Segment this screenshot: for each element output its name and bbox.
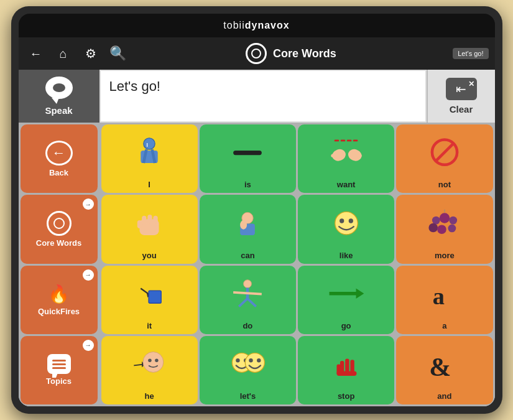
word-cell-lets-label: let's bbox=[240, 391, 256, 401]
svg-rect-59 bbox=[350, 360, 354, 373]
svg-rect-20 bbox=[154, 216, 158, 224]
svg-point-0 bbox=[53, 83, 65, 92]
topics-arrow-badge: → bbox=[83, 340, 94, 351]
word-cell-go[interactable]: go bbox=[298, 266, 394, 334]
svg-point-55 bbox=[249, 358, 253, 362]
clear-button[interactable]: ⇤ ✕ Clear bbox=[427, 70, 495, 123]
word-cell-it[interactable]: it bbox=[101, 266, 198, 334]
do-icon bbox=[228, 278, 267, 309]
word-cell-you[interactable]: you bbox=[101, 195, 198, 263]
he-icon bbox=[129, 348, 169, 380]
word-cell-and[interactable]: & and bbox=[396, 336, 492, 404]
svg-rect-8 bbox=[340, 140, 344, 142]
sidebar-item-quickfires[interactable]: → 🔥 QuickFires bbox=[21, 266, 98, 334]
word-cell-like-label: like bbox=[340, 251, 353, 260]
word-cell-like[interactable]: like bbox=[298, 195, 394, 263]
svg-rect-13 bbox=[331, 154, 343, 157]
word-cell-do-label: do bbox=[243, 321, 252, 330]
svg-rect-61 bbox=[336, 371, 356, 376]
sidebar: ← Back → Core Words → bbox=[19, 123, 99, 406]
word-cell-can[interactable]: can bbox=[200, 195, 296, 263]
word-cell-want[interactable]: want bbox=[298, 124, 394, 193]
word-cell-do[interactable]: do bbox=[200, 266, 296, 334]
speak-bubble-icon bbox=[45, 77, 73, 99]
svg-point-1 bbox=[144, 138, 155, 149]
sidebar-item-core-words[interactable]: → Core Words bbox=[21, 195, 98, 263]
chat-icon bbox=[47, 354, 71, 374]
svg-point-50 bbox=[155, 359, 158, 362]
svg-text:I: I bbox=[147, 143, 148, 149]
like-icon bbox=[326, 208, 366, 239]
back-arrow-icon: ← bbox=[45, 141, 73, 166]
quickfires-arrow-badge: → bbox=[83, 269, 94, 281]
svg-point-48 bbox=[143, 352, 164, 373]
nav-page-title: Core Words bbox=[273, 47, 336, 60]
back-nav-button[interactable]: ← bbox=[25, 42, 47, 65]
clear-x-icon: ✕ bbox=[468, 80, 474, 88]
word-cell-a-label: a bbox=[442, 321, 446, 330]
core-words-icon bbox=[47, 211, 72, 236]
svg-rect-21 bbox=[137, 220, 142, 228]
word-cell-more-label: more bbox=[435, 251, 455, 260]
nav-inner-circle bbox=[251, 49, 261, 58]
go-icon bbox=[326, 278, 366, 309]
word-cell-is[interactable]: is bbox=[200, 124, 296, 193]
word-cell-I[interactable]: I I bbox=[101, 124, 198, 193]
svg-text:&: & bbox=[429, 353, 451, 380]
nav-bar: ← ⌂ ⚙ 🔍 Core Words Let's go! bbox=[19, 37, 495, 70]
svg-rect-18 bbox=[142, 216, 146, 225]
speak-button[interactable]: Speak bbox=[19, 70, 99, 123]
svg-line-16 bbox=[435, 144, 453, 162]
speech-text-area[interactable]: Let's go! bbox=[99, 70, 427, 123]
word-cell-lets[interactable]: let's bbox=[200, 336, 296, 404]
clear-icon: ⇤ ✕ bbox=[446, 78, 477, 100]
home-nav-button[interactable]: ⌂ bbox=[52, 42, 75, 65]
device-screen: tobiidynavox ← ⌂ ⚙ 🔍 Core Words Let's go… bbox=[19, 14, 495, 406]
main-content: Speak Let's go! ⇤ ✕ Clear bbox=[19, 70, 495, 406]
word-cell-stop[interactable]: stop bbox=[298, 336, 394, 404]
sidebar-item-topics[interactable]: → Topics bbox=[21, 336, 98, 404]
svg-point-52 bbox=[236, 358, 240, 362]
svg-rect-37 bbox=[149, 291, 161, 303]
svg-text:a: a bbox=[433, 283, 445, 309]
svg-point-32 bbox=[437, 225, 446, 234]
word-cell-and-label: and bbox=[437, 391, 451, 401]
svg-point-26 bbox=[340, 218, 344, 223]
word-cell-I-label: I bbox=[148, 180, 150, 189]
svg-marker-44 bbox=[356, 288, 364, 298]
nav-icon bbox=[246, 43, 267, 64]
sidebar-item-back[interactable]: ← Back bbox=[21, 124, 98, 193]
svg-line-41 bbox=[239, 299, 248, 307]
it-icon bbox=[129, 278, 169, 309]
settings-nav-button[interactable]: ⚙ bbox=[80, 42, 102, 65]
svg-rect-19 bbox=[147, 215, 152, 224]
word-cell-not[interactable]: not bbox=[396, 124, 492, 193]
chat-lines-icon bbox=[52, 360, 66, 369]
svg-line-42 bbox=[247, 299, 256, 307]
is-icon bbox=[228, 137, 267, 168]
word-cell-more[interactable]: more bbox=[396, 195, 492, 263]
word-cell-it-label: it bbox=[147, 321, 152, 330]
svg-rect-7 bbox=[334, 140, 338, 142]
want-icon bbox=[326, 137, 366, 168]
device-frame: tobiidynavox ← ⌂ ⚙ 🔍 Core Words Let's go… bbox=[11, 6, 502, 414]
search-nav-button[interactable]: 🔍 bbox=[107, 42, 129, 65]
nav-title-area: Core Words bbox=[134, 43, 448, 64]
word-cell-you-label: you bbox=[142, 251, 157, 260]
svg-line-46 bbox=[134, 365, 143, 366]
nav-quickbar[interactable]: Let's go! bbox=[453, 48, 488, 59]
sidebar-topics-label: Topics bbox=[46, 376, 72, 386]
word-cell-a[interactable]: a a bbox=[396, 266, 492, 334]
sidebar-quickfires-label: QuickFires bbox=[38, 307, 80, 316]
fire-icon: 🔥 bbox=[48, 284, 70, 304]
word-cell-want-label: want bbox=[337, 180, 356, 189]
core-words-inner-icon bbox=[53, 218, 65, 229]
core-words-arrow-badge: → bbox=[83, 198, 94, 210]
svg-point-31 bbox=[428, 223, 438, 232]
word-cell-he[interactable]: he bbox=[101, 336, 198, 404]
svg-point-27 bbox=[348, 218, 353, 223]
svg-point-54 bbox=[246, 353, 265, 373]
svg-point-30 bbox=[449, 216, 457, 224]
svg-point-28 bbox=[432, 216, 440, 224]
word-cell-go-label: go bbox=[341, 321, 351, 330]
